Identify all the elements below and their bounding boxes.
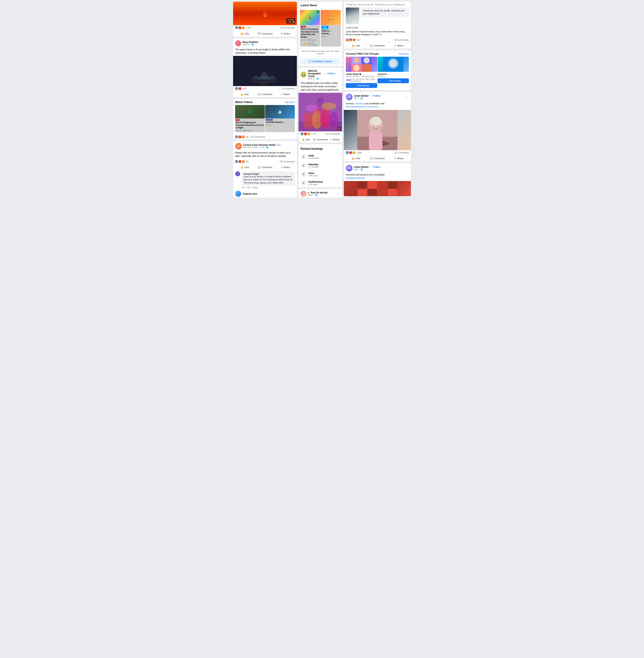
j-share-label: Share: [397, 44, 404, 47]
b1-like-btn[interactable]: 👍 Like: [345, 156, 367, 161]
comment-reply-action[interactable]: Reply: [252, 186, 258, 189]
news-item-1[interactable]: ✕ 🎉 TIME ✓ Here's Everything You Need to…: [300, 10, 320, 47]
nat-geo-verified: ✓: [324, 72, 325, 75]
comment-button-d[interactable]: 💬 Comment: [255, 165, 275, 169]
canada-text: Honored and proud to be a Canadian: [346, 173, 385, 176]
like-label: Like: [245, 32, 249, 35]
comment-text: If you or your family is in need of food…: [244, 175, 293, 184]
volume-icon[interactable]: 🔇: [292, 20, 296, 24]
video-source-1: CNN ✓: [236, 119, 264, 121]
nat-geo-share-btn[interactable]: ↗ Share: [329, 137, 341, 142]
share-button-d[interactable]: ↗ Share: [275, 165, 296, 169]
svg-rect-45: [388, 189, 397, 196]
hashtag-item-4[interactable]: # #HoliFestival 5.2K posts: [299, 179, 342, 187]
svg-rect-40: [378, 181, 387, 188]
disaster-reaction-count: 80: [246, 160, 249, 163]
bieber-verified-1: ✓: [369, 95, 371, 97]
b1-comment-btn[interactable]: 💬 Comment: [367, 156, 388, 161]
ng-comment-icon: 💬: [313, 138, 316, 141]
video-thumb-2[interactable]: 🏔️ Perth Now Australia Expecte... Jun 21…: [265, 105, 295, 132]
comment-button-2[interactable]: 💬 Comment: [255, 92, 275, 97]
nat-geo-name-row: National Geographic Travel ✓ · Follow: [308, 69, 335, 77]
canada-hashtag[interactable]: #happycanadaday: [346, 177, 365, 179]
bieber-name-2: Justin Bieber: [354, 165, 369, 168]
disaster-comment-count: 24 Comments: [280, 160, 295, 163]
comment-label-d: Comment: [261, 166, 272, 168]
jesus-share-btn[interactable]: ↗ Share: [388, 43, 410, 48]
video-meta-2: Jun 21 ·: [266, 124, 294, 126]
hashtag-list: # #Holi 15.3K posts # #Mumbai 11.7K post…: [299, 153, 342, 187]
continue-in-news-button[interactable]: 📰 Continue in News: [301, 59, 340, 64]
comment-like-action[interactable]: Like: [247, 186, 250, 189]
fan-groups-header: Connect With Fan Groups See More: [344, 50, 411, 57]
fan-groups-see-more[interactable]: See More: [399, 52, 409, 55]
fan-group-name-2: Justin B...: [377, 73, 409, 75]
angry-emoji-d: 😠: [242, 160, 245, 163]
news-meta-2: 13 hrs ·: [321, 36, 341, 39]
lame-du-monde-post: 🌸 L' Âme Du Monde May 5 · 🌐 ···: [299, 189, 342, 198]
svg-rect-41: [388, 181, 397, 188]
hashtag-item-2[interactable]: # #Mumbai 11.7K posts: [299, 161, 342, 170]
yummy-link[interactable]: http://justinbieber.lnk.to/Yummy: [346, 105, 378, 108]
post-author: Mary Pickford: [243, 41, 290, 43]
like-label-d: Like: [244, 166, 249, 168]
nat-geo-reactions: 👍 ❤️ 😮 1.4K 23 Comments: [299, 131, 342, 137]
bieber-follow-button-1[interactable]: Follow: [373, 94, 381, 97]
hashtag-count-2: 11.7K posts: [308, 166, 319, 168]
join-group-link[interactable]: Join: [276, 144, 281, 146]
video-info-2: Perth Now Australia Expecte... Jun 21 ·: [265, 118, 295, 127]
jesus-count: 622: [356, 39, 361, 41]
nat-geo-comment-btn[interactable]: 💬 Comment: [312, 137, 329, 142]
see-more-link[interactable]: See More: [284, 101, 295, 104]
like-button-2[interactable]: 👍 Like: [234, 92, 255, 97]
holi-volume-icon[interactable]: 🔇: [338, 127, 341, 130]
join-group-button-2[interactable]: 👥 Join Group: [377, 78, 409, 83]
love-emoji: ❤️: [238, 26, 242, 29]
nat-geo-more[interactable]: ···: [336, 72, 340, 77]
fan-group-friends-1: Aron Chen and 5 other friends are member…: [346, 78, 377, 82]
jesus-wow-emoji: ❤️: [352, 39, 355, 41]
b1-count: 138K: [356, 151, 362, 154]
bieber-name-row: Justin Bieber ✓ · Follow: [354, 94, 404, 97]
quote-image-row: "Thank you Jesus for my life. Thank you …: [344, 7, 411, 26]
ng-share-icon: ↗: [330, 138, 332, 141]
share-button[interactable]: ↗ Share: [275, 31, 296, 36]
like-button[interactable]: 👍 Like: [234, 31, 255, 36]
video-reaction-count: 60 · 23 Comments: [246, 136, 265, 138]
jesus-comment-btn[interactable]: 💬 Comment: [367, 43, 388, 48]
virginia-avatar: [235, 191, 241, 197]
svg-point-27: [389, 60, 397, 67]
news-close-button[interactable]: ✕: [317, 10, 319, 13]
nat-geo-follow-button[interactable]: Follow: [327, 72, 335, 75]
like-icon-d: 👍: [240, 166, 243, 168]
comment-button[interactable]: 💬 Comment: [255, 31, 275, 36]
jesus-like-btn[interactable]: 👍 Like: [345, 43, 367, 48]
like-button-d[interactable]: 👍 Like: [234, 165, 255, 169]
hashtag-name-1: #Holi: [308, 154, 319, 157]
join-group-icon-2: 👥: [386, 80, 388, 82]
join-group-icon: 👥: [354, 84, 357, 87]
news-item-2[interactable]: 🙏 USA Today India ce... festival... 13 h…: [321, 10, 341, 47]
bieber-more-2[interactable]: ···: [405, 165, 409, 171]
source-link: GODTV.COM: [344, 26, 411, 30]
bieber-more-1[interactable]: ···: [405, 94, 409, 99]
nat-geo-name: National Geographic Travel: [308, 69, 323, 77]
share-button-2[interactable]: ↗ Share: [275, 92, 296, 97]
bieber-follow-button-2[interactable]: Follow: [373, 165, 381, 168]
hashtag-item-3[interactable]: # #Goa 7.9K posts: [299, 170, 342, 179]
hashtag-info-4: #HoliFestival 5.2K posts: [308, 181, 323, 185]
b1-like-label: Like: [355, 157, 360, 160]
more-options-button[interactable]: ···: [291, 41, 295, 46]
news-source-badge-1: TIME ✓: [300, 25, 320, 28]
group-more-options[interactable]: ···: [291, 144, 295, 149]
angry-emoji-v: 😠: [242, 135, 245, 138]
b1-share-btn[interactable]: ↗ Share: [388, 156, 410, 161]
hashtag-item-1[interactable]: # #Holi 15.3K posts: [299, 153, 342, 161]
lame-more[interactable]: ···: [336, 191, 340, 196]
video-thumb-1[interactable]: 🌲 CNN ✓ Day 4 of Fighting the Australian…: [235, 105, 265, 132]
yummy-hashtag[interactable]: #yummy: [355, 102, 364, 105]
share-icon: ↗: [280, 32, 282, 35]
join-group-button[interactable]: 👥 Join Group: [346, 83, 377, 88]
nat-geo-like-btn[interactable]: 👍 Like: [300, 137, 312, 142]
hashtags-more[interactable]: ···: [336, 146, 340, 151]
